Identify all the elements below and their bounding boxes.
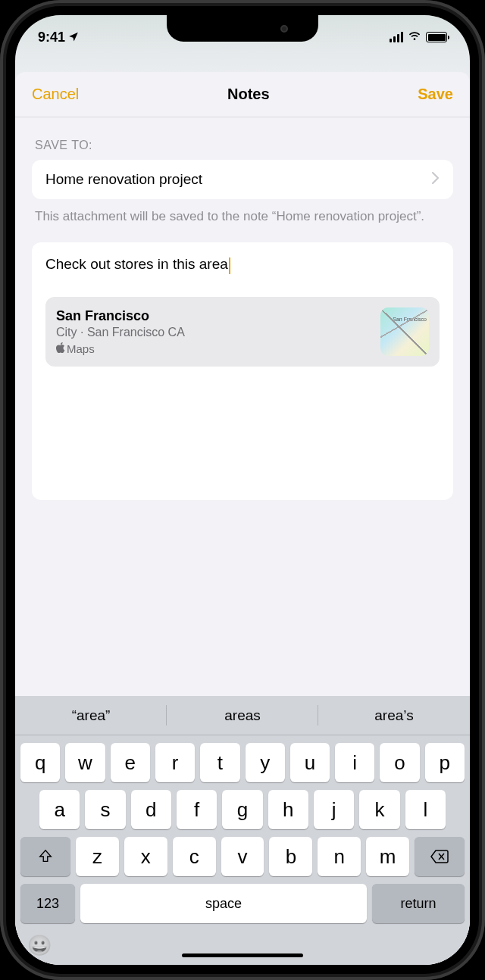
key-123[interactable]: 123 (20, 884, 75, 923)
note-picker-row[interactable]: Home renovation project (32, 160, 453, 199)
key-r[interactable]: r (155, 743, 195, 782)
key-m[interactable]: m (366, 837, 409, 876)
suggestion-3[interactable]: area’s (318, 696, 470, 735)
key-h[interactable]: h (268, 790, 308, 829)
key-b[interactable]: b (269, 837, 312, 876)
key-shift[interactable] (20, 837, 70, 876)
maps-attachment[interactable]: San Francisco City · San Francisco CA Ma… (45, 297, 440, 367)
key-return[interactable]: return (372, 884, 465, 923)
note-content-card[interactable]: Check out stores in this area San Franci… (32, 242, 453, 500)
key-f[interactable]: f (177, 790, 217, 829)
battery-icon (426, 32, 447, 42)
page-title: Notes (227, 86, 270, 103)
key-d[interactable]: d (131, 790, 171, 829)
destination-note-label: Home renovation project (45, 171, 202, 188)
key-z[interactable]: z (76, 837, 119, 876)
key-t[interactable]: t (200, 743, 239, 782)
key-j[interactable]: j (314, 790, 354, 829)
section-header: SAVE TO: (32, 139, 453, 152)
status-time: 9:41 (38, 30, 65, 45)
home-indicator[interactable] (182, 953, 303, 957)
key-v[interactable]: v (221, 837, 264, 876)
map-thumbnail (380, 307, 429, 356)
key-q[interactable]: q (20, 743, 60, 782)
key-delete[interactable] (415, 837, 465, 876)
text-cursor (229, 257, 230, 274)
device-notch (167, 15, 318, 42)
suggestion-1[interactable]: “area” (15, 696, 167, 735)
key-c[interactable]: c (173, 837, 216, 876)
location-services-icon (68, 31, 79, 44)
attachment-subtitle: City · San Francisco CA (56, 326, 371, 339)
key-p[interactable]: p (425, 743, 465, 782)
key-e[interactable]: e (111, 743, 150, 782)
attachment-app-label: Maps (67, 342, 95, 355)
key-g[interactable]: g (222, 790, 262, 829)
key-n[interactable]: n (318, 837, 361, 876)
emoji-button[interactable]: 😀 (27, 934, 52, 957)
key-o[interactable]: o (380, 743, 419, 782)
key-l[interactable]: l (405, 790, 446, 829)
attachment-title: San Francisco (56, 308, 371, 324)
cellular-signal-icon (390, 32, 403, 42)
suggestion-2[interactable]: areas (167, 696, 318, 735)
key-a[interactable]: a (39, 790, 80, 829)
key-y[interactable]: y (246, 743, 285, 782)
navigation-bar: Cancel Notes Save (15, 72, 470, 117)
apple-logo-icon (56, 342, 65, 355)
share-sheet: Cancel Notes Save SAVE TO: Home renovati… (15, 72, 470, 965)
cancel-button[interactable]: Cancel (32, 86, 79, 103)
keyboard-suggestions-bar: “area” areas area’s (15, 696, 470, 735)
chevron-right-icon (432, 171, 440, 188)
save-button[interactable]: Save (418, 86, 453, 103)
key-w[interactable]: w (65, 743, 105, 782)
key-s[interactable]: s (85, 790, 125, 829)
key-x[interactable]: x (124, 837, 167, 876)
wifi-icon (408, 29, 421, 45)
note-text-input[interactable]: Check out stores in this area (45, 256, 228, 272)
helper-text: This attachment will be saved to the not… (35, 208, 450, 226)
key-space[interactable]: space (80, 884, 367, 923)
key-k[interactable]: k (359, 790, 399, 829)
key-u[interactable]: u (290, 743, 330, 782)
keyboard: “area” areas area’s q w e r t y u i o p (15, 696, 470, 965)
key-i[interactable]: i (335, 743, 374, 782)
